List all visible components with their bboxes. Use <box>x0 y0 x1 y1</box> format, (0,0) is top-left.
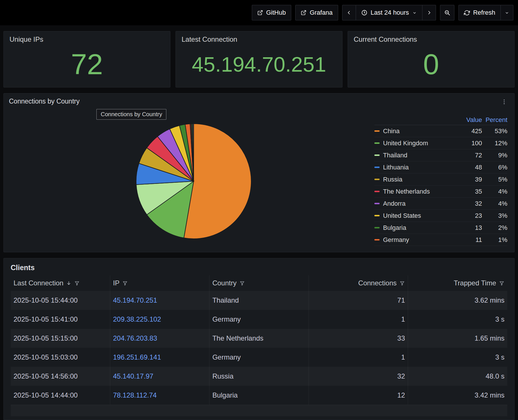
cell-connections: 1 <box>309 310 408 329</box>
cell-country: Germany <box>209 348 308 367</box>
chart-tooltip: Connections by Country <box>96 109 166 120</box>
zoom-out-time-button[interactable] <box>440 5 454 20</box>
col-label: Connections <box>358 279 397 287</box>
series-percent: 12% <box>482 140 507 147</box>
pie-chart[interactable] <box>130 118 257 245</box>
series-label[interactable]: Thailand <box>383 152 462 159</box>
time-shift-back-button[interactable] <box>342 5 356 20</box>
current-connections-value: 0 <box>354 43 509 85</box>
series-value: 100 <box>462 140 482 147</box>
refresh-button-label: Refresh <box>473 9 495 16</box>
cell-country: Germany <box>209 310 308 329</box>
ip-link[interactable]: 196.251.69.141 <box>113 353 161 361</box>
series-color-dash <box>374 203 380 204</box>
cell-last-connection: 2025-10-05 15:15:00 <box>11 329 110 348</box>
series-label[interactable]: United States <box>383 212 462 219</box>
series-color-dash <box>374 130 380 132</box>
cell-trapped-time: 1.65 mins <box>408 329 507 348</box>
kebab-menu-icon <box>501 99 507 105</box>
cell-last-connection: 2025-10-05 14:56:00 <box>11 367 110 386</box>
cell-trapped-time: 3 s <box>408 310 507 329</box>
legend-percent-header[interactable]: Percent <box>482 116 507 124</box>
series-label[interactable]: Russia <box>383 176 462 183</box>
series-percent: 5% <box>482 176 507 183</box>
pie-legend: Value Percent China 425 53% United Kingd… <box>374 115 507 246</box>
ip-link[interactable]: 209.38.225.102 <box>113 315 161 323</box>
series-label[interactable]: Bulgaria <box>383 224 462 232</box>
cell-last-connection: 2025-10-05 15:44:00 <box>11 291 110 310</box>
table-row: 2025-10-05 15:03:00 196.251.69.141 Germa… <box>11 348 507 367</box>
time-range-label: Last 24 hours <box>371 9 409 16</box>
panel-menu-button[interactable] <box>499 98 509 107</box>
legend-row[interactable]: China 425 53% <box>374 125 507 137</box>
series-label[interactable]: Germany <box>383 236 462 244</box>
series-label[interactable]: Andorra <box>383 200 462 207</box>
refresh-button[interactable]: Refresh <box>458 5 501 20</box>
legend-row[interactable]: Andorra 32 4% <box>374 198 507 210</box>
refresh-interval-dropdown[interactable] <box>501 5 513 20</box>
cell-trapped-time: 3.62 mins <box>408 291 507 310</box>
series-color-dash <box>374 142 380 144</box>
series-label[interactable]: The Netherlands <box>383 188 462 195</box>
github-button[interactable]: GitHub <box>252 5 291 20</box>
grafana-button[interactable]: Grafana <box>295 5 338 20</box>
series-percent: 1% <box>482 236 507 244</box>
series-percent: 53% <box>482 127 507 135</box>
series-percent: 3% <box>482 212 507 219</box>
series-percent: 9% <box>482 152 507 159</box>
legend-row[interactable]: United States 23 3% <box>374 210 507 222</box>
cell-trapped-time: 48.0 s <box>408 367 507 386</box>
chevron-left-icon <box>346 10 352 16</box>
external-link-icon <box>257 10 263 16</box>
legend-header: Value Percent <box>374 115 507 125</box>
filter-icon[interactable] <box>399 280 405 286</box>
legend-row[interactable]: Lithuania 48 6% <box>374 161 507 173</box>
filter-icon[interactable] <box>499 280 504 286</box>
series-value: 72 <box>462 152 482 159</box>
cell-trapped-time: 3.42 mins <box>408 386 507 405</box>
series-value: 35 <box>462 188 482 195</box>
series-value: 11 <box>462 236 482 244</box>
series-label[interactable]: China <box>383 127 462 135</box>
ip-link[interactable]: 204.76.203.83 <box>113 334 157 342</box>
ip-link[interactable]: 45.140.17.97 <box>113 372 153 380</box>
legend-row[interactable]: Thailand 72 9% <box>374 149 507 161</box>
time-picker-group: Last 24 hours <box>342 5 436 20</box>
col-last-connection[interactable]: Last Connection <box>11 275 110 291</box>
current-connections-panel: Current Connections 0 <box>348 31 515 87</box>
cell-connections: 1 <box>309 348 408 367</box>
chevron-down-icon <box>504 10 509 15</box>
filter-icon[interactable] <box>239 280 245 286</box>
legend-value-header[interactable]: Value <box>462 116 482 124</box>
ip-link[interactable]: 45.194.70.251 <box>113 296 157 304</box>
col-connections[interactable]: Connections <box>309 275 408 291</box>
series-label[interactable]: United Kingdom <box>383 140 462 147</box>
col-ip[interactable]: IP <box>110 275 209 291</box>
legend-row[interactable]: Germany 11 1% <box>374 234 507 246</box>
series-color-dash <box>374 215 380 216</box>
legend-row[interactable]: Bulgaria 13 2% <box>374 222 507 234</box>
filter-icon[interactable] <box>74 280 80 286</box>
legend-row[interactable]: The Netherlands 35 4% <box>374 186 507 198</box>
col-country[interactable]: Country <box>209 275 308 291</box>
connections-by-country-panel: Connections by Country Connections by Co… <box>3 93 515 252</box>
zoom-out-icon <box>444 9 450 16</box>
filter-icon[interactable] <box>122 280 128 286</box>
time-range-picker[interactable]: Last 24 hours <box>356 5 422 20</box>
cell-country: Russia <box>209 367 308 386</box>
clients-table: Last Connection IP Country <box>11 275 507 405</box>
table-row: 2025-10-05 15:44:00 45.194.70.251 Thaila… <box>11 291 507 310</box>
col-trapped-time[interactable]: Trapped Time <box>408 275 507 291</box>
col-label: Country <box>212 279 237 287</box>
sort-desc-icon <box>66 280 71 286</box>
legend-row[interactable]: Russia 39 5% <box>374 173 507 186</box>
ip-link[interactable]: 78.128.112.74 <box>113 391 157 399</box>
chevron-down-icon <box>412 10 417 15</box>
series-percent: 2% <box>482 224 507 232</box>
time-shift-forward-button[interactable] <box>422 5 436 20</box>
cell-connections: 71 <box>309 291 408 310</box>
clients-table-body: 2025-10-05 15:44:00 45.194.70.251 Thaila… <box>11 291 507 405</box>
legend-row[interactable]: United Kingdom 100 12% <box>374 137 507 149</box>
cell-connections: 33 <box>309 329 408 348</box>
series-label[interactable]: Lithuania <box>383 164 462 171</box>
